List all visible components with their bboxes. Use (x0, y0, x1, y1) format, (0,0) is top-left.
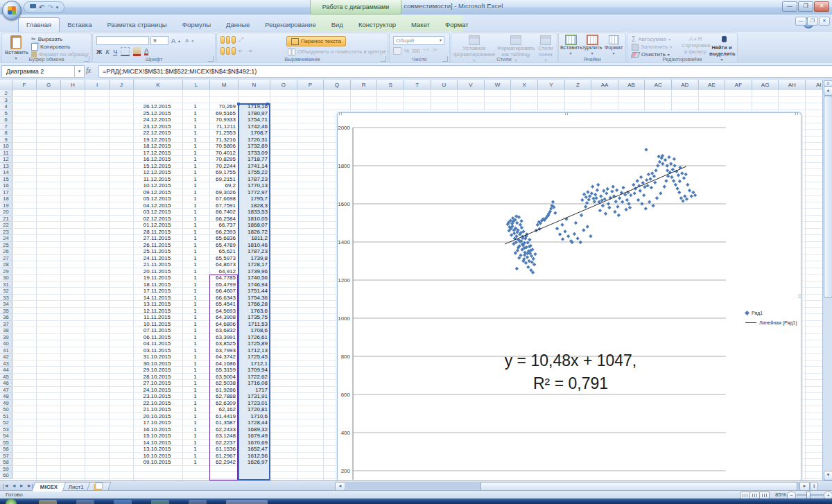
row-header-55[interactable]: 55 (0, 440, 12, 446)
row-header-23[interactable]: 23 (0, 229, 12, 236)
grid-cell[interactable]: 17.10.2015 (134, 419, 180, 426)
grid-cell[interactable]: 1 (183, 275, 207, 281)
increase-decimal-icon[interactable]: ⁺·⁰ (423, 49, 429, 54)
merge-center-button[interactable]: Объединить и поместить в центре▾ (286, 48, 392, 55)
grid-cell[interactable]: 1712,13 (239, 347, 270, 354)
row-header-47[interactable]: 47 (0, 387, 12, 394)
comma-style-icon[interactable]: 000 (412, 49, 420, 53)
grid-cell[interactable]: 1746,94 (239, 281, 270, 288)
grid-cell[interactable]: 69,5165 (210, 110, 237, 117)
grid-cell[interactable]: 62,7888 (210, 393, 237, 400)
grid-cell[interactable]: 10.10.2015 (134, 453, 180, 460)
grid-cell[interactable]: 12.11.2015 (134, 308, 180, 315)
taskbar-icon[interactable] (76, 500, 94, 504)
grid-cell[interactable]: 24.11.2015 (134, 255, 180, 262)
grid-cell[interactable]: 64,5693 (210, 308, 237, 315)
tab-Данные[interactable]: Данные (218, 18, 257, 32)
grid-cell[interactable]: 70,8295 (210, 156, 237, 163)
grid-cell[interactable]: 22.12.2015 (134, 130, 180, 137)
grid-cell[interactable]: 22.10.2015 (134, 400, 180, 407)
grid-cell[interactable]: 71,1211 (210, 123, 237, 130)
decrease-font-icon[interactable]: A▼ (184, 37, 196, 44)
grid-cell[interactable]: 1 (183, 301, 207, 308)
font-name-combobox[interactable] (96, 36, 149, 45)
row-header-57[interactable]: 57 (0, 453, 12, 460)
grid-cell[interactable]: 11.11.2015 (134, 314, 180, 321)
row-header-39[interactable]: 39 (0, 334, 12, 341)
column-header-Q[interactable]: Q (324, 80, 351, 89)
align-right-button[interactable] (232, 47, 236, 55)
grid-cell[interactable]: 63,3991 (210, 334, 237, 341)
row-header-16[interactable]: 16 (0, 182, 12, 189)
grid-cell[interactable]: 65,4789 (210, 242, 237, 249)
grid-cell[interactable]: 65,4541 (210, 301, 237, 308)
next-sheet-icon[interactable]: ► (18, 481, 26, 491)
align-left-button[interactable] (220, 47, 225, 55)
grid-cell[interactable]: 1810,46 (239, 242, 270, 249)
grid-cell[interactable]: 70,269 (210, 103, 237, 110)
grid-cell[interactable]: 66,7402 (210, 209, 237, 216)
grid-cell[interactable]: 1780,97 (239, 110, 270, 117)
chart-topleft-handle[interactable] (339, 112, 343, 115)
grid-cell[interactable]: 1868,07 (239, 222, 270, 229)
grid-cell[interactable]: 1 (183, 268, 207, 275)
row-header-7[interactable]: 7 (0, 123, 12, 130)
grid-cell[interactable]: 1 (183, 137, 207, 144)
row-header-49[interactable]: 49 (0, 400, 12, 407)
chart-topright-handle[interactable] (795, 112, 799, 115)
grid-cell[interactable]: 09.10.2015 (134, 459, 180, 466)
grid-cell[interactable]: 63,1248 (210, 433, 237, 440)
grid-cell[interactable]: 1 (183, 189, 207, 196)
row-header-24[interactable]: 24 (0, 235, 12, 242)
grid-cell[interactable]: 65,621 (210, 248, 237, 255)
taskbar-active-app[interactable] (226, 500, 268, 504)
grid-cell[interactable]: 67,6698 (210, 195, 237, 202)
grid-cell[interactable]: 62,2237 (210, 440, 237, 446)
grid-cell[interactable]: 1731,91 (239, 393, 270, 400)
grid-cell[interactable]: 1826,72 (239, 229, 270, 236)
font-color-button[interactable]: А (144, 48, 148, 55)
grid-cell[interactable]: 13.11.2015 (134, 301, 180, 308)
grid-cell[interactable]: 71,3216 (210, 137, 237, 144)
close-button[interactable]: ✕ (814, 1, 829, 12)
grid-cell[interactable]: 1 (183, 169, 207, 176)
grid-cell[interactable]: 63,7993 (210, 347, 237, 354)
prev-sheet-icon[interactable]: ◄ (10, 481, 18, 491)
grid-cell[interactable]: 1 (183, 209, 207, 216)
grid-cell[interactable]: 1612,56 (239, 453, 270, 460)
row-header-18[interactable]: 18 (0, 195, 12, 202)
grid-cell[interactable]: 1 (183, 143, 207, 150)
grid-cell[interactable]: 64,1686 (210, 360, 237, 367)
zoom-level-label[interactable]: 85% (775, 492, 786, 498)
grid-cell[interactable]: 1772,97 (239, 189, 270, 196)
row-header-3[interactable]: 3 (0, 97, 12, 104)
grid-cell[interactable]: 1 (183, 202, 207, 209)
legend-item-series[interactable]: Ряд1 (745, 308, 797, 318)
grid-cell[interactable]: 12.12.2015 (134, 169, 180, 176)
row-header-50[interactable]: 50 (0, 406, 12, 413)
grid-cell[interactable]: 64,3908 (210, 314, 237, 321)
grid-cell[interactable]: 1 (183, 360, 207, 367)
grid-cell[interactable]: 1 (183, 393, 207, 400)
grid-cell[interactable]: 1 (183, 440, 207, 446)
column-header-G[interactable]: G (37, 80, 61, 89)
grid-cell[interactable]: 1 (183, 176, 207, 183)
border-button[interactable] (121, 47, 130, 56)
grid-cell[interactable]: 1670,69 (239, 440, 270, 446)
grid-cell[interactable]: 31.10.2015 (134, 354, 180, 360)
grid-cell[interactable]: 1 (183, 248, 207, 255)
grid-cell[interactable]: 24.12.2015 (134, 116, 180, 123)
grid-cell[interactable]: 17.11.2015 (134, 288, 180, 295)
grid-cell[interactable]: 28.10.2015 (134, 374, 180, 381)
scroll-down-icon[interactable]: ▼ (824, 471, 832, 480)
font-dialog-launcher-icon[interactable] (208, 56, 214, 62)
grid-cell[interactable]: 1708,6 (239, 327, 270, 334)
tab-Формулы[interactable]: Формулы (175, 18, 218, 32)
grid-cell[interactable]: 69,2151 (210, 176, 237, 183)
grid-cell[interactable]: 1728,44 (239, 419, 270, 426)
row-header-38[interactable]: 38 (0, 327, 12, 334)
grid-cell[interactable]: 1 (183, 308, 207, 315)
column-header-AA[interactable]: AA (591, 80, 618, 89)
office-button[interactable] (2, 1, 21, 20)
row-header-5[interactable]: 5 (0, 110, 12, 117)
